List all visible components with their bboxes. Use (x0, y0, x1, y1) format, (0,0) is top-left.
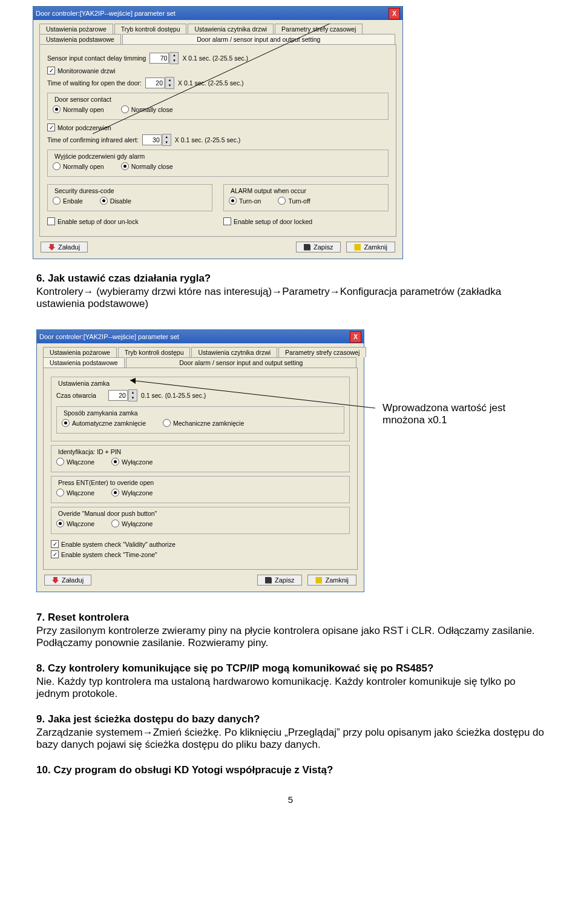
fieldset-lock: Ustawienia zamka Czas otwarcia ▲▼ 0.1 se… (51, 377, 350, 441)
save-button[interactable]: Zapisz (296, 242, 341, 252)
annotation-note: Wprowadzona wartość jest mnożona x0.1 (382, 402, 516, 426)
radio-turnon[interactable]: Turn-on (229, 197, 261, 205)
radio-on-1[interactable]: Włączone (56, 458, 94, 466)
window-title: Door controler:[YAK2IP--wejście] paramet… (36, 10, 176, 17)
spinner[interactable]: ▲▼ (169, 52, 179, 64)
tab2-basic[interactable]: Ustawienia podstawowe (43, 357, 125, 368)
radio-no2[interactable]: Normally open (53, 162, 104, 170)
tab-basic[interactable]: Ustawienia podstawowe (39, 34, 121, 44)
check-locked[interactable]: Enable setup of door locked (223, 217, 312, 225)
answer-6: Kontrolery→ (wybieramy drzwi które nas i… (36, 286, 545, 310)
legend-alarm-out: ALARM output when occur (229, 187, 308, 194)
radio-enable[interactable]: Enbale (53, 197, 83, 205)
load-button[interactable]: Załaduj (41, 242, 88, 252)
panel-alarm: Sensor input contact delay timming ▲▼ X … (39, 44, 396, 237)
fieldset-pirout: Wyjście podczerwieni gdy alarm Normally … (47, 150, 389, 177)
input-wait[interactable] (145, 78, 165, 88)
fieldset-idpin: Identyfikacja: ID + PIN Włączone Wyłączo… (51, 445, 350, 472)
button-bar: Załaduj Zapisz Zamknij (41, 242, 395, 252)
input-confirm[interactable] (142, 134, 162, 145)
close-icon[interactable]: X (389, 8, 400, 19)
label-wait-after: X 0.1 sec. (2-25.5 sec.) (178, 79, 244, 87)
label-open-after: 0.1 sec. (0.1-25.5 sec.) (141, 392, 206, 399)
label-wait: Time of waiting for open the door: (47, 79, 142, 87)
tab-fire[interactable]: Ustawienia pożarowe (39, 24, 113, 34)
legend-idpin: Identyfikacja: ID + PIN (56, 448, 123, 455)
tab-timezone[interactable]: Parametry strefy czasowej (275, 24, 363, 34)
tab2-timezone[interactable]: Parametry strefy czasowej (278, 347, 366, 357)
spinner[interactable]: ▲▼ (162, 134, 171, 146)
tab2-access[interactable]: Tryb kontroli dostępu (118, 347, 191, 357)
check-unlock[interactable]: Enable setup of door un-lock (47, 217, 139, 225)
radio-normally-close[interactable]: Normally close (121, 105, 173, 113)
close-icon-2[interactable]: X (350, 331, 361, 343)
save-icon (265, 577, 272, 584)
input-sensor-delay[interactable] (149, 53, 169, 64)
legend-pirout: Wyjście podczerwieni gdy alarm (53, 153, 146, 160)
check-monitor[interactable]: Monitorowanie drzwi (47, 67, 116, 74)
tab-alarm[interactable]: Door alarm / sensor input and output set… (122, 34, 395, 44)
fieldset-close-mode: Sposób zamykania zamka Automatyczne zamk… (56, 406, 344, 434)
question-10: 10. Czy program do obsługi KD Yotogi wsp… (36, 764, 545, 776)
download-icon (52, 577, 59, 584)
label-open-time: Czas otwarcia (56, 392, 96, 399)
radio-mech[interactable]: Mechaniczne zamknięcie (163, 419, 244, 427)
titlebar: Door controler:[YAK2IP--wejście] paramet… (33, 7, 402, 20)
tabs: Ustawienia pożarowe Tryb kontroli dostęp… (39, 24, 396, 44)
close-icon (315, 577, 322, 584)
radio-off-3[interactable]: Wyłączone (111, 520, 153, 527)
close-button-2[interactable]: Zamknij (307, 575, 356, 586)
question-7: 7. Reset kontrolera Przy zasilonym kontr… (36, 612, 545, 649)
close-icon (354, 244, 361, 251)
legend-close: Sposób zamykania zamka (62, 409, 140, 417)
page-number: 5 (36, 794, 545, 805)
fieldset-ent: Press ENT(Enter) to overide open Włączon… (51, 476, 350, 503)
label-confirm: Time of confirming infrared alert: (47, 136, 139, 144)
label-sensor-after: X 0.1 sec. (2-25.5 sec.) (182, 54, 248, 62)
label-confirm-after: X 0.1 sec. (2-25.5 sec.) (175, 136, 241, 144)
tab2-fire[interactable]: Ustawienia pożarowe (43, 347, 117, 357)
input-open-time[interactable] (108, 390, 128, 401)
check-pir[interactable]: Motor podczerwien (47, 124, 111, 131)
radio-normally-open[interactable]: Normally open (53, 105, 104, 113)
fieldset-alarm-out: ALARM output when occur Turn-on Turn-off (223, 184, 389, 211)
check-timezone[interactable]: Enable system check "Time-zone" (51, 550, 157, 558)
load-button-2[interactable]: Załaduj (44, 575, 91, 586)
legend-ent: Press ENT(Enter) to overide open (56, 479, 156, 486)
legend-security: Security duress-code (53, 187, 116, 194)
fieldset-doorsensor: Door sensor contact Normally open Normal… (47, 93, 389, 120)
save-icon (304, 244, 310, 251)
panel-basic: Ustawienia zamka Czas otwarcia ▲▼ 0.1 se… (43, 368, 358, 570)
tab2-reader[interactable]: Ustawienia czytnika drzwi (191, 347, 277, 357)
screenshot-door-alarm: Door controler:[YAK2IP--wejście] paramet… (33, 6, 403, 259)
radio-off-2[interactable]: Wyłączone (111, 489, 153, 497)
legend-doorsensor: Door sensor contact (53, 96, 113, 103)
download-icon (48, 244, 55, 251)
window-title-2: Door controler:[YAK2IP--wejście] paramet… (39, 333, 179, 340)
radio-on-3[interactable]: Włączone (56, 520, 94, 527)
check-validity[interactable]: Enable system check "Validity" authorize (51, 540, 176, 548)
question-9: 9. Jaka jest ścieżka dostępu do bazy dan… (36, 713, 545, 751)
question-6: 6. Jak ustawić czas działania rygla? Kon… (36, 272, 545, 310)
legend-lock: Ustawienia zamka (56, 380, 111, 387)
tabs-2: Ustawienia pożarowe Tryb kontroli dostęp… (43, 347, 358, 368)
label-sensor-delay: Sensor input contact delay timming (47, 54, 146, 62)
radio-turnoff[interactable]: Turn-off (278, 197, 310, 205)
radio-off-1[interactable]: Wyłączone (111, 458, 153, 466)
close-button[interactable]: Zamknij (346, 242, 395, 252)
titlebar-2: Door controler:[YAK2IP--wejście] paramet… (37, 330, 364, 343)
tab2-alarm[interactable]: Door alarm / sensor input and output set… (126, 357, 356, 368)
spinner[interactable]: ▲▼ (165, 77, 174, 89)
answer-8: Nie. Każdy typ kontrolera ma ustaloną ha… (36, 676, 545, 700)
radio-nc2[interactable]: Normally close (121, 162, 173, 170)
answer-7: Przy zasilonym kontrolerze zwieramy piny… (36, 625, 545, 649)
tab-access[interactable]: Tryb kontroli dostępu (114, 24, 187, 34)
save-button-2[interactable]: Zapisz (257, 575, 302, 586)
radio-auto[interactable]: Automatyczne zamknięcie (62, 419, 146, 427)
spinner[interactable]: ▲▼ (128, 389, 137, 401)
screenshot-basic-settings: Door controler:[YAK2IP--wejście] paramet… (36, 329, 364, 592)
radio-disable[interactable]: Disable (100, 197, 131, 205)
radio-on-2[interactable]: Włączone (56, 489, 94, 497)
button-bar-2: Załaduj Zapisz Zamknij (44, 575, 356, 586)
tab-reader[interactable]: Ustawienia czytnika drzwi (188, 24, 274, 34)
